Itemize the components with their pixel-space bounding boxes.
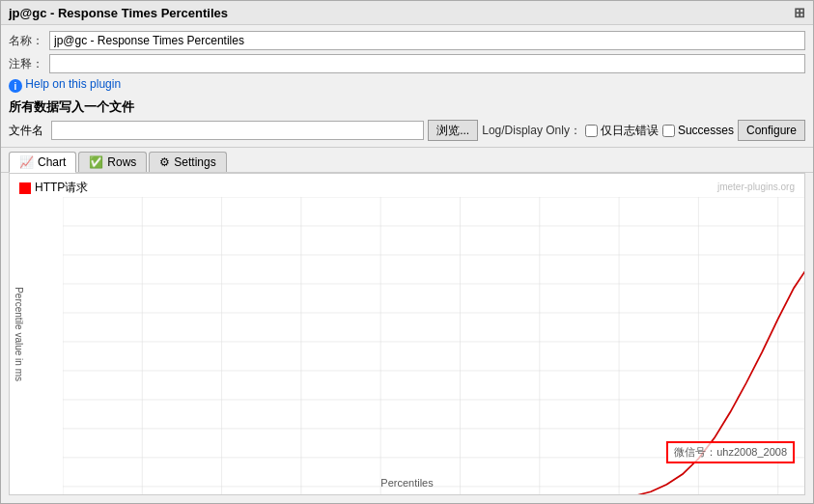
legend-color-box	[19, 182, 31, 194]
rows-tab-icon: ✅	[89, 155, 103, 169]
chart-tab-label: Chart	[38, 155, 66, 169]
name-row: 名称：	[9, 31, 805, 50]
error-log-area: 仅日志错误	[585, 123, 659, 139]
main-window: jp@gc - Response Times Percentiles ⊞ 名称：…	[0, 0, 814, 504]
browse-button[interactable]: 浏览...	[428, 120, 478, 141]
error-log-label: 仅日志错误	[601, 123, 659, 139]
chart-area: HTTP请求 jmeter-plugins.org Percentile val…	[9, 173, 805, 495]
comment-label: 注释：	[9, 56, 49, 72]
help-link[interactable]: Help on this plugin	[25, 77, 121, 91]
file-label: 文件名	[9, 123, 43, 139]
name-input[interactable]	[49, 31, 805, 50]
x-axis-label: Percentiles	[380, 477, 433, 489]
info-icon: i	[9, 79, 22, 93]
success-checkbox[interactable]	[662, 125, 675, 137]
file-input[interactable]	[51, 121, 424, 140]
comment-row: 注释：	[9, 54, 805, 73]
title-bar: jp@gc - Response Times Percentiles ⊞	[1, 1, 813, 25]
comment-input[interactable]	[49, 54, 805, 73]
watermark-text: 微信号：uhz2008_2008	[674, 446, 787, 458]
legend-label: HTTP请求	[35, 180, 88, 196]
y-axis-label: Percentile value in ms	[12, 203, 27, 465]
configure-button[interactable]: Configure	[738, 120, 805, 141]
name-label: 名称：	[9, 33, 49, 49]
section-title: 所有数据写入一个文件	[9, 98, 805, 116]
tab-settings[interactable]: ⚙ Settings	[149, 152, 226, 172]
tabs-bar: 📈 Chart ✅ Rows ⚙ Settings	[1, 148, 813, 173]
file-row: 文件名 浏览... Log/Display Only： 仅日志错误 Succes…	[9, 120, 805, 141]
settings-tab-icon: ⚙	[159, 155, 170, 169]
window-title: jp@gc - Response Times Percentiles	[9, 6, 228, 20]
watermark-box: 微信号：uhz2008_2008	[666, 441, 795, 463]
maximize-icon[interactable]: ⊞	[794, 5, 805, 20]
settings-tab-label: Settings	[174, 155, 215, 169]
success-label: Successes	[678, 124, 734, 137]
log-display-area: Log/Display Only： 仅日志错误 Successes Config…	[482, 120, 805, 141]
tab-rows[interactable]: ✅ Rows	[78, 152, 147, 172]
rows-tab-label: Rows	[107, 155, 136, 169]
jmeter-watermark: jmeter-plugins.org	[717, 182, 795, 192]
chart-tab-icon: 📈	[19, 155, 34, 169]
form-area: 名称： 注释： i Help on this plugin 所有数据写入一个文件…	[1, 25, 813, 148]
tab-chart[interactable]: 📈 Chart	[9, 152, 76, 173]
chart-legend: HTTP请求	[19, 180, 88, 196]
log-display-label: Log/Display Only：	[482, 123, 581, 139]
error-log-checkbox[interactable]	[585, 125, 598, 137]
success-area: Successes	[662, 124, 734, 137]
help-row: i Help on this plugin	[9, 77, 805, 95]
